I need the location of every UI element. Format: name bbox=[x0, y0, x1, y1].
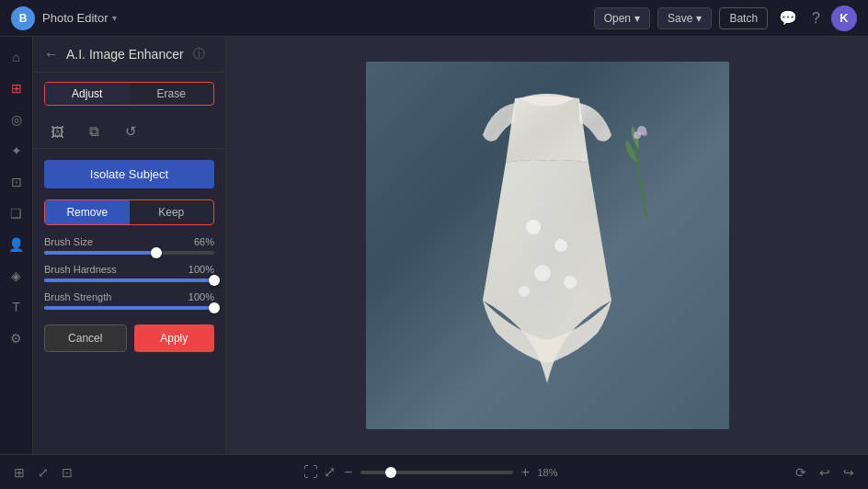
bottombar-history-icon[interactable]: ⟳ bbox=[793, 462, 809, 483]
bottombar-right: ⟳ ↩ ↪ bbox=[793, 462, 857, 483]
apply-button[interactable]: Apply bbox=[134, 324, 215, 352]
bottombar-redo-icon[interactable]: ↪ bbox=[840, 462, 857, 483]
main-layout: ⌂ ⊞ ◎ ✦ ⊡ ❏ 👤 ◈ T ⚙ ← A.I. Image Enhance… bbox=[0, 37, 868, 454]
svg-point-1 bbox=[554, 239, 567, 252]
app-title: Photo Editor bbox=[42, 11, 108, 25]
tool-icon-refresh[interactable]: ↺ bbox=[118, 119, 143, 144]
brush-strength-label: Brush Strength bbox=[44, 291, 111, 302]
bottombar-undo-icon[interactable]: ↩ bbox=[817, 462, 833, 483]
brush-size-fill bbox=[44, 251, 156, 255]
mode-remove-button[interactable]: Remove bbox=[45, 200, 130, 224]
brush-strength-slider-row: Brush Strength 100% bbox=[44, 291, 214, 310]
zoom-slider[interactable] bbox=[360, 471, 514, 474]
plant-svg bbox=[619, 117, 674, 227]
bottombar-arrange-icon[interactable]: ⤢ bbox=[35, 462, 51, 483]
bottombar-center: ⛶ ⤢ − + 18% bbox=[83, 461, 785, 483]
topbar-actions: Open▾ Save▾ Batch 💬 ? K bbox=[594, 6, 857, 31]
brush-hardness-thumb[interactable] bbox=[209, 275, 220, 286]
brush-size-thumb[interactable] bbox=[151, 247, 162, 258]
brush-size-slider-row: Brush Size 66% bbox=[44, 236, 214, 255]
panel-title: A.I. Image Enhancer bbox=[66, 47, 184, 62]
tool-icon-layers[interactable]: ⧉ bbox=[81, 119, 107, 144]
iconbar-people[interactable]: 👤 bbox=[4, 232, 29, 257]
iconbar-circle[interactable]: ◎ bbox=[4, 107, 29, 132]
iconbar-layers[interactable]: ❏ bbox=[4, 200, 29, 226]
bottombar: ⊞ ⤢ ⊡ ⛶ ⤢ − + 18% ⟳ ↩ ↪ bbox=[0, 454, 868, 489]
svg-point-2 bbox=[534, 265, 551, 281]
action-buttons: Cancel Apply bbox=[44, 324, 214, 352]
brush-strength-label-row: Brush Strength 100% bbox=[44, 291, 214, 302]
bottombar-layers-icon[interactable]: ⊞ bbox=[11, 462, 28, 483]
cancel-button[interactable]: Cancel bbox=[44, 324, 127, 352]
user-avatar[interactable]: K bbox=[831, 6, 857, 31]
brush-size-value: 66% bbox=[194, 236, 214, 247]
brush-hardness-fill bbox=[44, 279, 214, 282]
brush-strength-track bbox=[44, 306, 214, 310]
slider-section: Brush Size 66% Brush Hardness 100% bbox=[33, 229, 225, 317]
brush-size-label: Brush Size bbox=[44, 236, 93, 247]
bottombar-left: ⊞ ⤢ ⊡ bbox=[11, 462, 75, 483]
iconbar-adjust[interactable]: ⊞ bbox=[4, 75, 29, 101]
tool-icon-image[interactable]: 🖼 bbox=[44, 119, 70, 144]
brush-hardness-label: Brush Hardness bbox=[44, 264, 117, 275]
zoom-minus-button[interactable]: − bbox=[342, 461, 355, 483]
fit-screen-button[interactable]: ⛶ bbox=[303, 461, 318, 483]
panel-tabs: Adjust Erase bbox=[44, 82, 214, 106]
title-dropdown-arrow[interactable]: ▾ bbox=[112, 13, 117, 23]
iconbar-sparkle[interactable]: ✦ bbox=[4, 138, 29, 164]
tab-adjust[interactable]: Adjust bbox=[45, 83, 130, 105]
icon-bar: ⌂ ⊞ ◎ ✦ ⊡ ❏ 👤 ◈ T ⚙ bbox=[0, 37, 33, 454]
panel-info-button[interactable]: ⓘ bbox=[193, 46, 205, 63]
iconbar-home[interactable]: ⌂ bbox=[4, 44, 29, 70]
svg-point-3 bbox=[519, 286, 530, 297]
zoom-value: 18% bbox=[537, 467, 565, 478]
brush-strength-fill bbox=[44, 306, 214, 310]
panel-back-button[interactable]: ← bbox=[44, 46, 59, 63]
save-button[interactable]: Save▾ bbox=[657, 7, 712, 29]
canvas-image bbox=[366, 62, 729, 429]
brush-hardness-value: 100% bbox=[188, 264, 214, 275]
brush-hardness-label-row: Brush Hardness 100% bbox=[44, 264, 214, 275]
zoom-plus-button[interactable]: + bbox=[519, 461, 531, 483]
iconbar-mask[interactable]: ◈ bbox=[4, 263, 29, 289]
iconbar-grid[interactable]: ⊡ bbox=[4, 169, 29, 195]
brush-size-track bbox=[44, 251, 214, 255]
topbar: B Photo Editor ▾ Open▾ Save▾ Batch 💬 ? K bbox=[0, 0, 868, 37]
brush-strength-thumb[interactable] bbox=[209, 302, 220, 313]
bottombar-grid-icon[interactable]: ⊡ bbox=[59, 462, 75, 483]
iconbar-text[interactable]: T bbox=[4, 294, 29, 320]
tab-erase[interactable]: Erase bbox=[130, 83, 214, 105]
batch-button[interactable]: Batch bbox=[719, 7, 768, 29]
chat-icon-button[interactable]: 💬 bbox=[775, 6, 801, 30]
side-panel: ← A.I. Image Enhancer ⓘ Adjust Erase 🖼 ⧉… bbox=[33, 37, 226, 454]
svg-point-6 bbox=[634, 131, 641, 139]
app-logo: B bbox=[11, 6, 35, 30]
zoom-controls: ⛶ ⤢ − + 18% bbox=[303, 461, 565, 483]
iconbar-settings[interactable]: ⚙ bbox=[4, 325, 29, 351]
isolate-subject-button[interactable]: Isolate Subject bbox=[44, 160, 214, 188]
help-icon-button[interactable]: ? bbox=[808, 6, 824, 30]
svg-point-4 bbox=[564, 276, 577, 289]
mode-buttons: Remove Keep bbox=[44, 199, 214, 225]
brush-size-label-row: Brush Size 66% bbox=[44, 236, 214, 247]
brush-hardness-slider-row: Brush Hardness 100% bbox=[44, 264, 214, 282]
brush-strength-value: 100% bbox=[188, 291, 214, 302]
mode-keep-button[interactable]: Keep bbox=[130, 200, 214, 224]
open-button[interactable]: Open▾ bbox=[594, 7, 650, 29]
canvas-area bbox=[226, 37, 868, 454]
svg-point-0 bbox=[526, 220, 541, 234]
zoom-arrows-button[interactable]: ⤢ bbox=[324, 461, 337, 483]
panel-header: ← A.I. Image Enhancer ⓘ bbox=[33, 37, 225, 73]
svg-point-7 bbox=[642, 131, 647, 136]
tool-icons-row: 🖼 ⧉ ↺ bbox=[33, 115, 225, 149]
brush-hardness-track bbox=[44, 279, 214, 282]
